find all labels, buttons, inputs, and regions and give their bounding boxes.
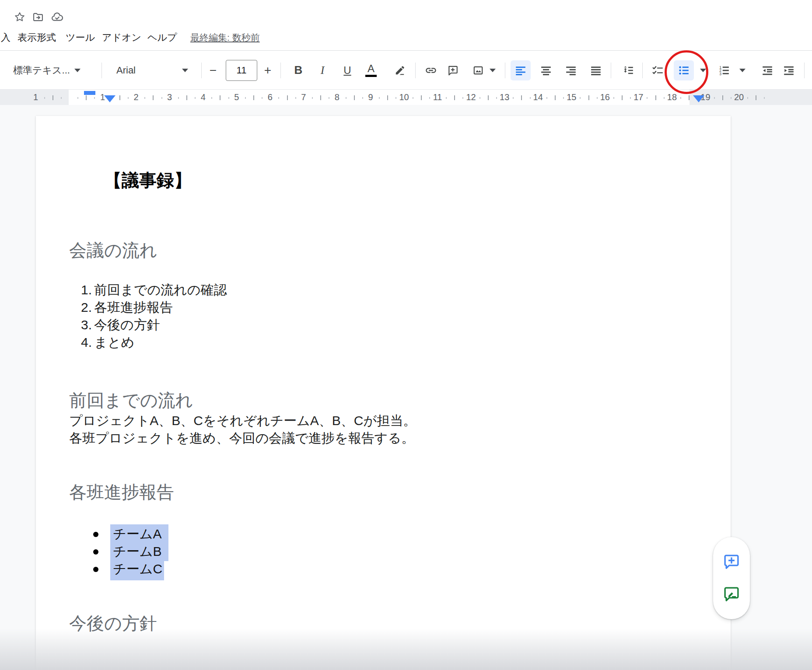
ruler-tick (228, 97, 229, 99)
italic-button[interactable]: I (312, 60, 332, 80)
numbered-list-button[interactable]: 1 2 3 (714, 60, 734, 80)
bold-button[interactable]: B (288, 60, 308, 80)
titlebar: 入 表示形式 ツール アドオン ヘルプ 最終編集: 数秒前 (0, 0, 812, 50)
line-spacing-icon (623, 65, 634, 76)
menu-item-addons[interactable]: アドオン (102, 31, 141, 45)
increase-font-size-button[interactable]: + (258, 60, 278, 80)
ruler-tick (52, 95, 53, 100)
ruler-tick (454, 95, 455, 100)
last-edit-link[interactable]: 最終編集: 数秒前 (190, 31, 260, 45)
align-right-button[interactable] (561, 60, 581, 80)
ruler-tick (387, 95, 388, 100)
ruler-number: 1 (33, 92, 38, 102)
font-size-input[interactable]: 11 (226, 60, 257, 81)
ruler-number: 5 (234, 92, 239, 102)
align-center-button[interactable] (536, 60, 556, 80)
align-justify-button[interactable] (586, 60, 606, 80)
ruler-tick (94, 97, 95, 99)
menu-item-help[interactable]: ヘルプ (147, 31, 177, 45)
document-page[interactable]: 【議事録】 会議の流れ 1.前回までの流れの確認 2.各班進捗報告 3.今後の方… (36, 116, 731, 670)
chevron-down-icon (182, 69, 188, 72)
line-spacing-button[interactable] (618, 60, 638, 80)
checklist-button[interactable] (648, 60, 668, 80)
ruler-tick (329, 97, 329, 99)
ruler-tick (521, 95, 522, 100)
selected-text: チームB (110, 542, 168, 561)
ruler-tick (764, 97, 765, 99)
decrease-font-size-button[interactable]: − (203, 60, 223, 80)
ruler-number: 17 (634, 92, 643, 102)
ruler-tick (680, 97, 681, 99)
ruler-tick (647, 97, 648, 99)
highlight-color-button[interactable] (390, 60, 410, 80)
ruler-tick (362, 97, 363, 99)
numbered-list-icon: 1 2 3 (718, 65, 730, 76)
ruler-tick (747, 97, 748, 99)
ruler-tick (496, 97, 497, 99)
menu-item-format[interactable]: 表示形式 (18, 31, 56, 45)
paragraph-style-selector[interactable]: 標準テキス... (13, 64, 80, 77)
move-folder-icon[interactable] (32, 10, 45, 24)
menu-item-tools[interactable]: ツール (66, 31, 95, 45)
ruler-tick (161, 97, 162, 99)
divider (201, 63, 202, 78)
align-right-icon (565, 65, 577, 76)
ruler-tick (178, 97, 179, 99)
heading-agenda: 会議の流れ (69, 238, 158, 262)
divider (611, 63, 611, 78)
ruler-number: 11 (433, 92, 442, 102)
ruler-tick (622, 95, 623, 100)
divider (415, 63, 416, 78)
menu-item-insert[interactable]: 入 (1, 31, 10, 45)
divider (102, 63, 102, 78)
increase-indent-button[interactable] (779, 60, 799, 80)
bullet-icon (93, 549, 98, 555)
ruler-number: 7 (301, 92, 306, 102)
underline-button[interactable]: U (337, 60, 357, 80)
ruler-tick (262, 97, 262, 99)
star-icon[interactable] (13, 10, 26, 24)
ruler-tick (86, 95, 87, 100)
ruler-tick (580, 97, 581, 99)
ruler-tick (731, 97, 732, 99)
text-color-button[interactable]: A (361, 60, 381, 80)
decrease-indent-button[interactable] (757, 60, 777, 80)
ruler-tick (613, 97, 614, 99)
comment-add-icon (447, 65, 458, 76)
image-options-chevron-icon[interactable] (490, 69, 496, 72)
insert-link-button[interactable] (421, 60, 441, 80)
align-left-button[interactable] (511, 60, 531, 80)
ruler-tick (245, 97, 246, 99)
ruler-tick (689, 95, 690, 100)
ruler-tick (429, 97, 430, 99)
ruler-tick (195, 97, 196, 99)
paragraph-style-value: 標準テキス... (13, 64, 74, 77)
bulleted-list-chevron-icon[interactable] (700, 69, 706, 72)
ruler-number: 10 (399, 92, 409, 102)
toolbar: 標準テキス... Arial − 11 + B I U A (0, 50, 812, 90)
ruler-number: 14 (533, 92, 543, 102)
outdent-icon (762, 65, 773, 76)
align-center-icon (540, 65, 552, 76)
chevron-down-icon (74, 69, 80, 72)
divider (280, 63, 281, 78)
bulleted-list-icon (678, 65, 690, 76)
font-selector[interactable]: Arial (116, 65, 188, 76)
ruler: 11234567891011121314151617181920 (0, 89, 812, 106)
ruler-tick (413, 97, 413, 99)
bulleted-list-button[interactable] (674, 60, 694, 80)
add-comment-button[interactable] (443, 60, 463, 80)
left-indent-marker[interactable] (104, 95, 116, 102)
numbered-list-chevron-icon[interactable] (739, 69, 746, 72)
text-color-swatch (365, 75, 377, 77)
heading-previous: 前回までの流れ (69, 388, 193, 412)
insert-image-button[interactable] (468, 60, 488, 80)
ruler-number: 8 (335, 92, 340, 102)
align-left-icon (515, 65, 526, 76)
ruler-tick (295, 97, 296, 99)
suggest-edits-button[interactable] (721, 584, 742, 604)
right-indent-marker[interactable] (693, 95, 704, 102)
add-comment-floating-button[interactable] (721, 552, 742, 572)
first-line-indent-marker[interactable] (84, 91, 95, 95)
checklist-icon (652, 65, 663, 76)
